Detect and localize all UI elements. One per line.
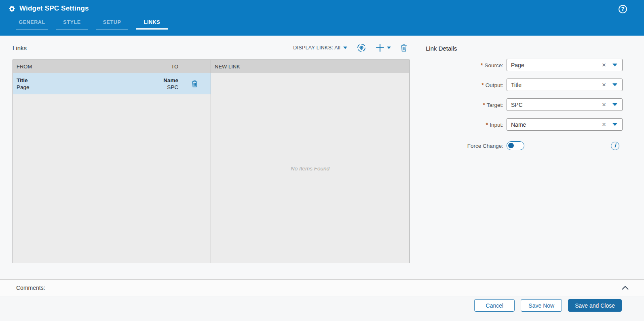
chevron-down-icon [387,47,391,49]
chevron-down-icon[interactable] [612,123,617,126]
clear-icon[interactable]: × [602,62,606,68]
input-value: Name [507,121,602,128]
add-link-button[interactable] [376,43,391,52]
link-details-fields: *Source: Page × *Output: Title × *Target… [426,59,623,150]
save-now-button[interactable]: Save Now [521,299,562,312]
chevron-down-icon[interactable] [612,64,617,66]
link-details-title: Link Details [426,45,623,53]
dialog-title-row: Widget SPC Settings [8,4,89,13]
links-table-header: FROM TO [13,60,211,73]
trash-icon [401,44,407,52]
auto-link-gear-button[interactable] [357,43,366,52]
footer-bar: Cancel Save Now Save and Close [0,296,644,321]
output-label: *Output: [426,82,507,88]
tab-bar: GENERAL STYLE SETUP LINKS [16,16,176,30]
link-from-source: Page [17,84,138,91]
input-dropdown[interactable]: Name × [507,118,623,131]
tab-setup[interactable]: SETUP [96,16,128,30]
chevron-down-icon[interactable] [612,103,617,106]
delete-links-button[interactable] [401,44,407,52]
tab-general[interactable]: GENERAL [16,16,48,30]
target-label: *Target: [426,102,507,108]
column-header-from: FROM [13,64,138,70]
input-label: *Input: [426,121,507,128]
column-header-to: TO [138,64,178,70]
links-table: FROM TO Title Page Name SPC [13,60,410,263]
footer-buttons: Cancel Save Now Save and Close [474,299,622,312]
target-value: SPC [507,102,602,108]
tab-style[interactable]: STYLE [56,16,88,30]
dialog-title: Widget SPC Settings [19,4,89,13]
links-toolbar: DISPLAY LINKS: All [13,42,410,54]
link-row-actions [178,80,211,87]
input-field-row: *Input: Name × [426,118,623,131]
link-row-from-cell: Title Page [13,77,138,91]
comments-label: Comments: [16,285,45,291]
chevron-down-icon[interactable] [612,83,617,86]
link-from-output: Title [17,77,138,84]
force-change-toggle[interactable] [507,141,524,150]
cancel-button[interactable]: Cancel [474,299,515,312]
tab-links[interactable]: LINKS [136,16,168,30]
links-list-panel: FROM TO Title Page Name SPC [13,60,211,263]
force-change-label: Force Change: [426,143,507,149]
toggle-knob [508,143,514,149]
empty-state-text: No Items Found [211,73,409,172]
dialog-titlebar: Widget SPC Settings ? GENERAL STYLE SETU… [0,0,644,36]
link-to-input: Name [138,77,178,84]
save-and-close-button[interactable]: Save and Close [568,299,622,312]
chevron-down-icon [343,47,347,49]
required-asterisk: * [481,82,484,88]
auto-link-gear-icon [357,43,366,52]
output-dropdown[interactable]: Title × [507,79,623,91]
comments-bar: Comments: [0,279,644,296]
link-row[interactable]: Title Page Name SPC [13,73,211,94]
display-links-filter[interactable]: DISPLAY LINKS: All [293,45,347,51]
output-value: Title [507,82,602,88]
display-links-label: DISPLAY LINKS: All [293,45,340,51]
source-label: *Source: [426,62,507,68]
column-header-new-link: NEW LINK [211,64,409,70]
output-field-row: *Output: Title × [426,79,623,91]
link-row-to-cell: Name SPC [138,77,178,91]
target-field-row: *Target: SPC × [426,98,623,111]
clear-icon[interactable]: × [602,121,606,128]
link-details-panel: Link Details *Source: Page × *Output: Ti… [426,45,623,150]
row-trash-icon[interactable] [192,80,198,87]
required-asterisk: * [481,62,483,68]
clear-icon[interactable]: × [602,101,606,108]
collapse-comments-button[interactable] [622,286,629,290]
info-icon[interactable]: i [611,142,619,150]
chevron-up-icon [622,286,629,290]
source-value: Page [507,62,602,68]
source-field-row: *Source: Page × [426,59,623,71]
link-to-target: SPC [138,84,178,91]
target-dropdown[interactable]: SPC × [507,98,623,111]
new-link-panel: NEW LINK No Items Found [211,60,409,263]
clear-icon[interactable]: × [602,81,606,88]
required-asterisk: * [483,102,485,108]
source-dropdown[interactable]: Page × [507,59,623,71]
required-asterisk: * [486,121,488,128]
help-icon[interactable]: ? [619,5,627,13]
gear-icon [8,5,16,13]
plus-icon [376,43,384,52]
new-link-header: NEW LINK [211,60,409,73]
force-change-row: Force Change: i [426,141,623,150]
